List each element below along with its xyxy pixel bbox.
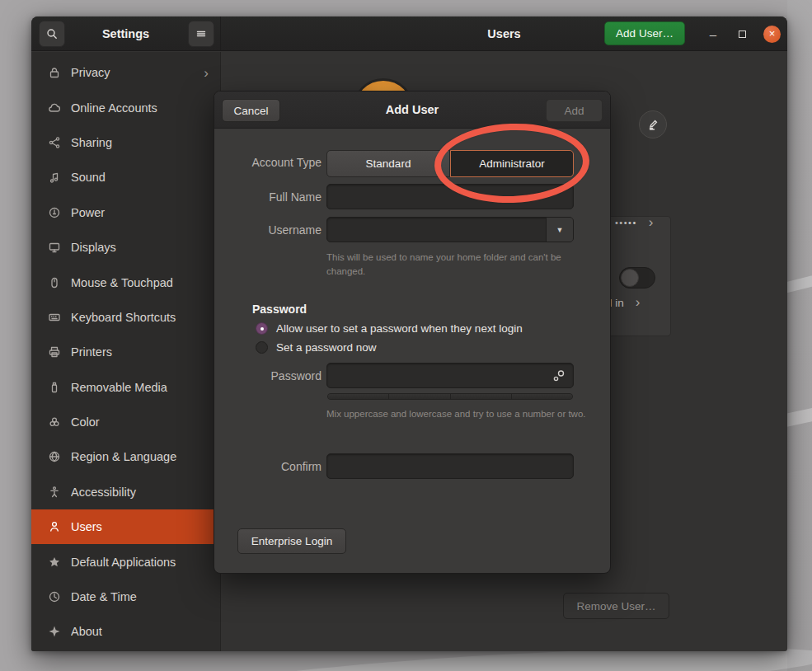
username-label: Username [214,223,322,237]
sidebar-item-accessibility[interactable]: Accessibility [31,475,220,509]
sidebar-item-region-language[interactable]: Region & Language [31,439,220,474]
radio-set-now-label: Set a password now [276,341,377,354]
sidebar-item-label: Users [71,520,209,533]
sidebar-item-removable-media[interactable]: Removable Media [31,370,220,405]
sidebar-item-label: Keyboard Shortcuts [71,311,209,324]
add-button[interactable]: Add [546,99,603,122]
sidebar-item-about[interactable]: About [31,614,220,649]
chevron-right-icon: › [636,294,641,311]
clock-icon [48,590,61,603]
page-title: Users [221,16,787,51]
sidebar-item-label: Accessibility [71,486,209,499]
hamburger-menu-icon [195,27,208,40]
password-hint: Mix uppercase and lowercase and try to u… [326,407,598,421]
sidebar-item-default-applications[interactable]: Default Applications [31,544,220,579]
add-user-dialog: Add User Cancel Add Account Type Standar… [214,91,611,574]
headerbar: Settings Users Add User… – × [31,16,787,51]
sidebar-item-mouse-touchpad[interactable]: Mouse & Touchpad [31,265,220,299]
username-input[interactable] [327,218,573,242]
password-label: Password [214,369,322,382]
headerbar-sidebar-section: Settings [31,16,221,50]
cloud-icon [48,101,61,115]
add-user-button[interactable]: Add User… [604,21,685,45]
username-dropdown-button[interactable]: ▼ [546,218,573,242]
color-icon [48,415,61,429]
removable-media-icon [48,381,61,394]
sidebar-item-label: Region & Language [71,450,209,463]
confirm-entry [326,453,574,479]
sidebar-item-label: Removable Media [71,381,209,394]
close-button[interactable]: × [763,26,781,43]
automatic-login-toggle[interactable] [619,267,655,289]
generate-password-icon[interactable] [552,368,566,383]
account-type-label: Account Type [214,156,322,169]
password-strength-meter [327,393,573,400]
sidebar-item-label: About [71,625,209,638]
dialog-header: Add User Cancel Add [214,92,610,129]
power-icon [48,206,61,219]
sidebar-item-label: Online Accounts [71,101,209,115]
chevron-down-icon: ▼ [556,226,564,234]
account-type-group: Standard Administrator [326,150,574,177]
sound-icon [48,171,61,184]
sidebar-item-label: Displays [71,241,209,254]
radio-unchecked-icon [256,341,268,354]
sidebar-item-color[interactable]: Color [31,405,220,439]
cancel-button[interactable]: Cancel [222,99,280,122]
sidebar-item-label: Power [71,206,209,219]
chevron-right-icon: › [649,214,654,231]
radio-next-login[interactable]: Allow user to set a password when they n… [256,322,523,335]
maximize-button[interactable] [739,30,746,38]
confirm-label: Confirm [214,460,322,473]
globe-icon [48,450,61,463]
sidebar-item-label: Mouse & Touchpad [71,276,209,289]
sidebar-item-online-accounts[interactable]: Online Accounts [31,90,220,124]
wallpaper-edge [787,0,812,671]
users-icon [48,520,61,533]
password-row-preview[interactable]: ••••• › [615,214,653,231]
sidebar-item-label: Printers [71,345,209,359]
full-name-input[interactable] [327,185,573,209]
sidebar-item-displays[interactable]: Displays [31,230,220,265]
sidebar-item-printers[interactable]: Printers [31,335,220,369]
sidebar-item-sharing[interactable]: Sharing [31,125,220,160]
about-icon [48,625,61,638]
standard-button[interactable]: Standard [326,150,450,177]
edit-avatar-button[interactable] [639,110,667,138]
password-strength-segment [389,394,450,399]
minimize-button[interactable]: – [710,16,716,51]
star-icon [48,556,61,569]
sidebar-item-power[interactable]: Power [31,195,220,230]
sidebar-item-date-time[interactable]: Date & Time [31,580,220,614]
sidebar-item-label: Privacy [71,66,204,79]
enterprise-login-button[interactable]: Enterprise Login [237,528,346,554]
sidebar-item-label: Sound [71,171,209,184]
radio-set-now[interactable]: Set a password now [256,341,377,354]
printer-icon [48,345,61,359]
sidebar-item-sound[interactable]: Sound [31,160,220,195]
share-icon [48,136,61,149]
password-strength-segment [512,394,572,399]
sidebar-item-users[interactable]: Users [31,509,220,544]
sidebar-item-label: Default Applications [71,556,209,569]
password-section-heading: Password [252,303,307,316]
radio-next-login-label: Allow user to set a password when they n… [276,322,523,335]
remove-user-button[interactable]: Remove User… [563,593,669,619]
administrator-button[interactable]: Administrator [450,150,574,177]
pencil-icon [646,118,659,131]
full-name-label: Full Name [214,190,322,204]
display-icon [48,241,61,254]
mouse-icon [48,276,61,289]
lock-icon [48,66,61,79]
keyboard-icon [48,311,61,324]
sidebar: Privacy › Online Accounts Sharing Sound … [31,52,221,651]
sidebar-item-privacy[interactable]: Privacy › [31,55,220,90]
sidebar-item-keyboard-shortcuts[interactable]: Keyboard Shortcuts [31,300,220,335]
confirm-input[interactable] [327,454,573,478]
password-input[interactable] [327,364,573,387]
password-dots: ••••• [615,218,637,228]
accessibility-icon [48,486,61,499]
menu-button[interactable] [188,21,214,47]
full-name-entry [326,184,574,209]
settings-window: Settings Users Add User… – × Privacy › O… [31,16,787,651]
